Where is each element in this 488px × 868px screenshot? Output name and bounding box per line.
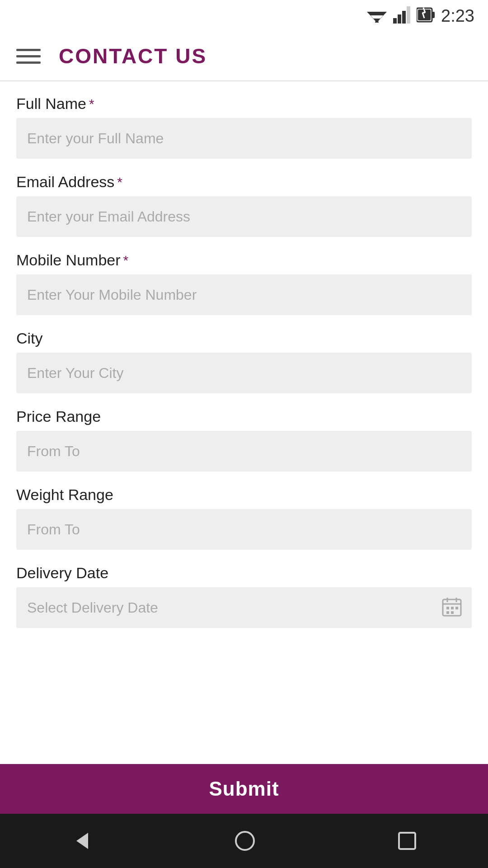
svg-rect-4 — [393, 18, 397, 24]
nav-bar — [0, 814, 488, 868]
mobile-number-input[interactable] — [16, 274, 472, 315]
mobile-number-label: Mobile Number* — [16, 251, 472, 269]
back-button[interactable] — [71, 830, 93, 852]
email-address-label: Email Address* — [16, 173, 472, 191]
price-range-input[interactable] — [16, 431, 472, 472]
required-indicator: * — [89, 96, 94, 112]
svg-rect-7 — [407, 6, 410, 24]
price-range-label: Price Range — [16, 408, 472, 425]
hamburger-menu-icon[interactable] — [16, 49, 41, 64]
email-address-input[interactable] — [16, 196, 472, 237]
delivery-date-group: Delivery Date — [16, 564, 472, 628]
recents-button[interactable] — [397, 831, 417, 851]
svg-rect-20 — [455, 607, 458, 609]
header: CONTACT US — [0, 32, 488, 81]
submit-button[interactable]: Submit — [209, 778, 279, 800]
svg-rect-6 — [402, 11, 406, 24]
status-time: 2:23 — [441, 6, 474, 26]
weight-range-input[interactable] — [16, 509, 472, 550]
full-name-label: Full Name* — [16, 95, 472, 113]
delivery-date-label: Delivery Date — [16, 564, 472, 582]
email-address-group: Email Address* — [16, 173, 472, 237]
mobile-number-group: Mobile Number* — [16, 251, 472, 315]
page-title: CONTACT US — [59, 44, 207, 68]
svg-rect-9 — [432, 12, 435, 18]
svg-rect-19 — [451, 607, 454, 609]
svg-point-24 — [236, 832, 254, 850]
battery-icon — [417, 6, 435, 25]
svg-rect-25 — [399, 833, 415, 849]
delivery-date-input[interactable] — [16, 587, 472, 628]
full-name-group: Full Name* — [16, 95, 472, 159]
svg-rect-21 — [446, 611, 449, 614]
city-group: City — [16, 330, 472, 393]
svg-rect-22 — [451, 611, 454, 614]
calendar-icon — [442, 597, 462, 618]
wifi-icon — [367, 7, 387, 24]
svg-rect-18 — [446, 607, 449, 609]
weight-range-group: Weight Range — [16, 486, 472, 550]
contact-form: Full Name* Email Address* Mobile Number*… — [0, 81, 488, 764]
required-indicator: * — [117, 175, 122, 190]
submit-bar: Submit — [0, 764, 488, 814]
weight-range-label: Weight Range — [16, 486, 472, 504]
status-bar: 2:23 — [0, 0, 488, 32]
svg-marker-23 — [76, 833, 88, 849]
city-label: City — [16, 330, 472, 347]
signal-icon — [393, 6, 410, 25]
svg-rect-5 — [398, 14, 401, 24]
city-input[interactable] — [16, 353, 472, 393]
price-range-group: Price Range — [16, 408, 472, 472]
home-button[interactable] — [234, 830, 256, 852]
delivery-date-wrapper — [16, 587, 472, 628]
required-indicator: * — [123, 253, 129, 268]
full-name-input[interactable] — [16, 118, 472, 159]
